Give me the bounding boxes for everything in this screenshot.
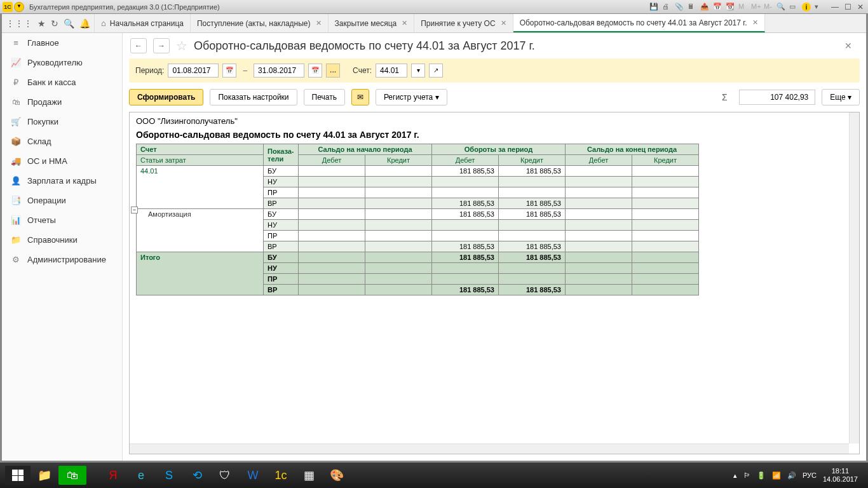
save-icon[interactable]: 💾	[649, 3, 658, 11]
dropdown-icon[interactable]: ▼	[14, 2, 24, 12]
taskbar-1c-icon[interactable]: 1c	[267, 466, 295, 485]
register-button[interactable]: Регистр учета ▾	[376, 89, 447, 105]
sidebar-item[interactable]: 🚚ОС и НМА	[2, 151, 122, 171]
calendar-to-button[interactable]: 📅	[308, 64, 322, 78]
generate-button[interactable]: Сформировать	[129, 89, 203, 105]
sum-display: 107 402,93	[739, 90, 815, 105]
sidebar-item[interactable]: 📊Отчеты	[2, 210, 122, 230]
date-icon[interactable]: 📆	[726, 3, 735, 11]
minimize-button[interactable]: —	[830, 3, 840, 11]
maximize-button[interactable]: ☐	[843, 3, 853, 11]
page-title: Оборотно-сальдовая ведомость по счету 44…	[194, 39, 832, 53]
panel-icon[interactable]: ▭	[789, 3, 798, 11]
taskbar-skype-icon[interactable]: S	[155, 466, 183, 485]
sidebar-item[interactable]: 👤Зарплата и кадры	[2, 171, 122, 191]
account-dropdown-button[interactable]: ▾	[411, 64, 425, 78]
sidebar-item[interactable]: 📁Справочники	[2, 230, 122, 250]
sidebar-item[interactable]: 📈Руководителю	[2, 53, 122, 72]
tab-close-icon[interactable]: ✕	[402, 19, 407, 27]
tab-label: Начальная страница	[110, 19, 184, 28]
taskbar-paint-icon[interactable]: 🎨	[323, 466, 351, 485]
taskbar-store-icon[interactable]: 🛍	[58, 466, 86, 485]
tab-close-icon[interactable]: ✕	[501, 19, 506, 27]
more-button[interactable]: Еще ▾	[822, 89, 860, 105]
zoom-icon[interactable]: 🔍	[776, 3, 785, 11]
tab[interactable]: Принятие к учету ОС✕	[414, 14, 513, 32]
compare-icon[interactable]: 📎	[675, 3, 684, 11]
close-button[interactable]: ✕	[855, 3, 865, 11]
tray-flag-icon[interactable]: 🏳	[743, 471, 750, 479]
tab-close-icon[interactable]: ✕	[316, 19, 322, 27]
sidebar-label: Администрирование	[27, 255, 106, 264]
sigma-icon: Σ	[716, 92, 733, 102]
tab[interactable]: Оборотно-сальдовая ведомость по счету 44…	[513, 14, 765, 32]
tree-collapse-button[interactable]: −	[131, 207, 138, 214]
tab-label: Закрытие месяца	[335, 19, 397, 28]
show-settings-button[interactable]: Показать настройки	[210, 89, 297, 105]
start-button[interactable]	[5, 466, 31, 485]
tray-battery-icon[interactable]: 🔋	[757, 471, 766, 480]
sidebar-label: Банк и касса	[27, 78, 76, 87]
taskbar-shield-icon[interactable]: 🛡	[211, 466, 239, 485]
tab[interactable]: Поступление (акты, накладные)✕	[191, 14, 329, 32]
period-to-input[interactable]	[254, 64, 304, 78]
sidebar-item[interactable]: 🛍Продажи	[2, 92, 122, 112]
info-icon[interactable]: i	[802, 3, 811, 11]
tray-lang[interactable]: РУС	[803, 471, 817, 479]
mminus-icon[interactable]: M-	[764, 3, 773, 11]
sidebar-item[interactable]: ⚙Администрирование	[2, 250, 122, 269]
period-picker-button[interactable]: ...	[326, 64, 340, 78]
apps-icon[interactable]: ⋮⋮⋮	[6, 18, 32, 29]
sidebar-item[interactable]: 📦Склад	[2, 132, 122, 151]
tab-label: Оборотно-сальдовая ведомость по счету 44…	[520, 18, 747, 27]
calendar-from-button[interactable]: 📅	[222, 64, 236, 78]
m-icon[interactable]: M	[738, 3, 747, 11]
tray-network-icon[interactable]: 📶	[772, 471, 781, 480]
sidebar-item[interactable]: ₽Банк и касса	[2, 72, 122, 92]
close-page-button[interactable]: ✕	[838, 41, 858, 51]
sidebar-label: Покупки	[27, 117, 58, 126]
taskbar-teamviewer-icon[interactable]: ⟲	[183, 466, 211, 485]
sidebar-item[interactable]: 📑Операции	[2, 191, 122, 210]
calc-icon[interactable]: 🖩	[688, 3, 696, 11]
email-button[interactable]: ✉	[351, 89, 369, 105]
taskbar-app-icon[interactable]: ▦	[295, 466, 323, 485]
tray-expand-icon[interactable]: ▴	[733, 471, 737, 480]
star-icon[interactable]: ☆	[176, 38, 187, 53]
scrollbar-horizontal[interactable]	[130, 444, 849, 454]
sidebar-item[interactable]: 🛒Покупки	[2, 112, 122, 132]
history-icon[interactable]: ↻	[51, 18, 58, 29]
tray-clock[interactable]: 18:11 14.06.2017	[823, 467, 858, 484]
tray-sound-icon[interactable]: 🔊	[787, 471, 796, 480]
account-input[interactable]	[376, 64, 407, 78]
taskbar-ie-icon[interactable]: e	[127, 466, 155, 485]
taskbar-explorer-icon[interactable]: 📁	[31, 466, 58, 485]
notify-icon[interactable]: 🔔	[79, 18, 90, 29]
scrollbar-vertical[interactable]	[849, 112, 859, 444]
sidebar-item[interactable]: ≡Главное	[2, 33, 122, 53]
export-icon[interactable]: 📤	[700, 3, 709, 11]
taskbar-word-icon[interactable]: W	[239, 466, 267, 485]
search-icon[interactable]: 🔍	[64, 18, 74, 29]
print-icon[interactable]: 🖨	[662, 3, 671, 11]
tab-bar: ⋮⋮⋮ ★ ↻ 🔍 🔔 ⌂Начальная страницаПоступлен…	[2, 14, 866, 33]
calendar-icon[interactable]: 📅	[713, 3, 722, 11]
tab-close-icon[interactable]: ✕	[752, 18, 758, 27]
dropdown2-icon[interactable]: ▾	[815, 3, 824, 11]
tab[interactable]: Закрытие месяца✕	[329, 14, 415, 32]
titlebar: 1C ▼ Бухгалтерия предприятия, редакция 3…	[0, 0, 868, 14]
sidebar-icon: 📁	[10, 235, 22, 245]
print-button[interactable]: Печать	[304, 89, 345, 105]
mplus-icon[interactable]: M+	[751, 3, 760, 11]
sidebar-icon: ≡	[10, 38, 22, 48]
tab[interactable]: ⌂Начальная страница	[95, 14, 191, 32]
period-from-input[interactable]	[168, 64, 219, 78]
report-table: СчетПоказа-телиСальдо на начало периодаО…	[136, 144, 699, 295]
sidebar-label: Операции	[27, 196, 66, 205]
account-open-button[interactable]: ↗	[429, 64, 443, 78]
back-button[interactable]: ←	[130, 38, 147, 53]
forward-button[interactable]: →	[153, 38, 170, 53]
app-title: Бухгалтерия предприятия, редакция 3.0 (1…	[29, 3, 649, 11]
favorite-icon[interactable]: ★	[37, 18, 46, 29]
taskbar-yandex-icon[interactable]: Я	[99, 466, 127, 485]
